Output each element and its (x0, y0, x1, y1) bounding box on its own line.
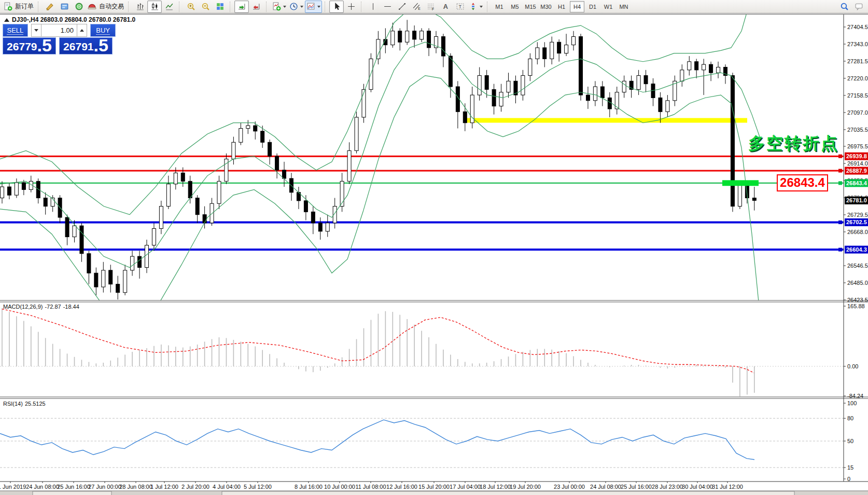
timeframe-m1-button[interactable]: M1 (492, 1, 507, 12)
chart-canvas[interactable]: 多空转折点多空转折点26843.427404.527343.027281.527… (0, 14, 868, 495)
rsi-tick-label: 50 (847, 438, 853, 444)
macd-tick-label: 0.00 (847, 363, 858, 369)
toolbar-separator (487, 2, 490, 12)
vline-button[interactable] (366, 1, 380, 13)
timeframe-h4-button[interactable]: H4 (570, 1, 584, 12)
search-button[interactable] (837, 1, 851, 13)
rsi-tick-label: 80 (847, 415, 853, 421)
rsi-tick-label: 0 (847, 476, 850, 482)
timeframe-m5-button[interactable]: M5 (508, 1, 522, 12)
time-tick-label: 25 Jul 16:00 (621, 484, 652, 490)
bar-chart-button[interactable] (133, 1, 147, 13)
pivot-annotation-text[interactable]: 多空转折点 (748, 134, 839, 153)
timeframe-d1-button[interactable]: D1 (585, 1, 600, 12)
volume-increase-button[interactable] (77, 24, 87, 37)
bollinger-lower (0, 76, 760, 321)
line-chart-button[interactable] (162, 1, 176, 13)
chart-window[interactable]: DJ30-,H4 26803.0 26804.0 26780.0 26781.0… (0, 14, 868, 495)
toolbar-separator (266, 2, 269, 12)
price-tick-label: 26485.0 (847, 280, 868, 286)
time-tick-label: 28 Jul 23:00 (652, 484, 683, 490)
crayon-button[interactable] (43, 1, 57, 13)
macd-pane[interactable] (0, 308, 844, 397)
sell-button[interactable]: SELL (3, 24, 28, 37)
price-badge-label: 26604.3 (846, 246, 867, 253)
timeframe-m30-button[interactable]: M30 (539, 1, 553, 12)
buy-price[interactable]: 26791.5 (59, 37, 113, 54)
main-price-pane[interactable]: 多空转折点多空转折点26843.4 (0, 14, 844, 320)
toolbar-separator (230, 2, 233, 12)
rsi-pane[interactable] (0, 418, 844, 468)
timeframe-h1-button[interactable]: H1 (554, 1, 569, 12)
one-click-trading-panel: SELL BUY 26779.5 26791.5 (3, 24, 116, 54)
text-label-button[interactable]: T (453, 1, 467, 13)
price-tick-label: 26546.5 (847, 263, 868, 269)
candle-chart-icon (150, 2, 159, 11)
hline-icon (383, 2, 392, 11)
time-tick-label: 12 Jul 16:00 (386, 484, 417, 490)
chevron-down-icon (300, 6, 303, 8)
zoom-out-button[interactable] (198, 1, 213, 13)
channel-button[interactable]: E (409, 1, 424, 13)
fibonacci-icon: F (427, 2, 436, 11)
crosshair-button[interactable] (344, 1, 358, 13)
price-axis[interactable]: 27404.527343.027281.527220.027158.527097… (838, 24, 868, 482)
trendline-icon (398, 2, 407, 11)
new-order-button[interactable]: 新订单 (2, 1, 35, 13)
search-icon (840, 2, 849, 11)
timeframe-w1-button[interactable]: W1 (601, 1, 615, 12)
hline-button[interactable] (380, 1, 395, 13)
templates-button[interactable] (305, 1, 322, 13)
sell-price[interactable]: 26779.5 (3, 37, 56, 54)
time-tick-label: 10 Jul 00:00 (324, 484, 355, 490)
timeframe-m15-button[interactable]: M15 (523, 1, 538, 12)
timeframe-mn-button[interactable]: MN (617, 1, 631, 12)
market-watch-button[interactable] (57, 1, 72, 13)
toolbar-separator (325, 2, 328, 12)
periods-button[interactable] (288, 1, 305, 13)
auto-scroll-button[interactable] (234, 1, 249, 13)
arrows-button[interactable] (467, 1, 484, 13)
crosshair-icon (347, 2, 356, 11)
chart-tab[interactable] (33, 491, 111, 495)
time-tick-label: 15 Jul 20:00 (418, 484, 450, 490)
price-tick-label: 27035.5 (847, 127, 868, 133)
collapse-triangle-icon[interactable] (4, 18, 9, 22)
templates-icon (306, 2, 315, 11)
zoom-in-button[interactable] (184, 1, 198, 13)
time-tick-label: 4 Jul 04:00 (213, 484, 241, 490)
channel-icon: E (412, 2, 421, 11)
candle-chart-button[interactable] (147, 1, 162, 13)
price-callout-text: 26843.4 (780, 175, 825, 189)
chart-shift-button[interactable] (249, 1, 263, 13)
tile-windows-button[interactable] (213, 1, 227, 13)
line-anchor-square[interactable] (838, 248, 842, 252)
line-anchor-square[interactable] (838, 155, 842, 158)
autotrade-button[interactable]: 自动交易 (86, 1, 125, 13)
toolbar-separator (179, 2, 182, 12)
line-anchor-square[interactable] (838, 221, 842, 224)
macd-tick-label: 165.88 (847, 303, 865, 309)
signal-button[interactable] (72, 1, 86, 13)
horizontal-line-objects[interactable] (0, 156, 844, 250)
text-button[interactable]: A (438, 1, 453, 13)
market-watch-icon (60, 2, 69, 11)
time-tick-label: 17 Jul 04:00 (450, 484, 481, 490)
rsi-tick-label: 100 (847, 400, 857, 406)
chat-button[interactable] (851, 1, 866, 13)
line-anchor-square[interactable] (838, 169, 842, 172)
chat-icon (855, 2, 863, 11)
crayon-icon (46, 2, 54, 11)
time-tick-label: 21 Jun 2019 (0, 484, 26, 490)
time-axis[interactable]: 21 Jun 201924 Jun 08:0025 Jun 16:0027 Ju… (0, 482, 743, 490)
price-badge-label: 26781.0 (846, 197, 867, 203)
cursor-button[interactable] (329, 1, 344, 13)
trendline-button[interactable] (395, 1, 409, 13)
fibonacci-button[interactable]: F (424, 1, 438, 13)
indicators-button[interactable] (271, 1, 288, 13)
chart-tab[interactable] (222, 491, 794, 495)
time-tick-label: 5 Jul 12:00 (244, 484, 272, 490)
line-anchor-square[interactable] (838, 181, 842, 185)
price-badge-label: 26702.5 (846, 219, 867, 225)
time-tick-label: 27 Jun 00:00 (88, 484, 121, 490)
